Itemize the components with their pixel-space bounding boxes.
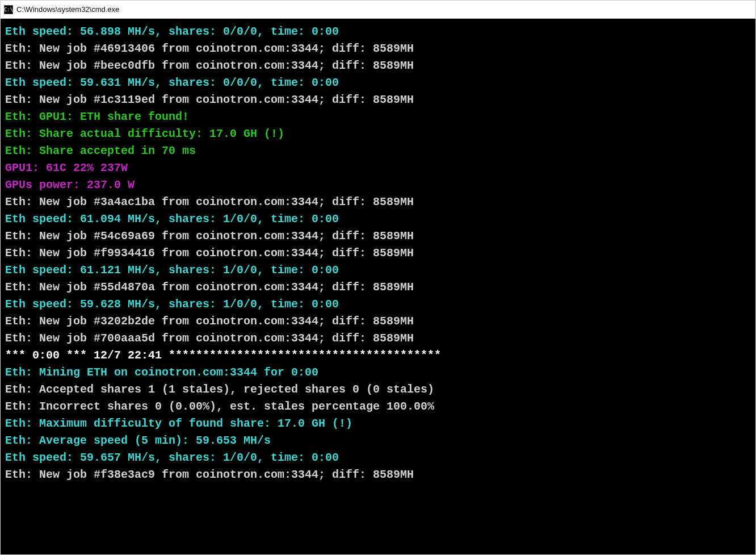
terminal-line: Eth: GPU1: ETH share found!: [5, 109, 751, 126]
terminal-line: Eth: Average speed (5 min): 59.653 MH/s: [5, 432, 751, 449]
terminal-line: Eth: New job #3202b2de from coinotron.co…: [5, 313, 751, 330]
terminal-line: Eth speed: 59.657 MH/s, shares: 1/0/0, t…: [5, 449, 751, 466]
terminal-line: Eth: New job #f38e3ac9 from coinotron.co…: [5, 466, 751, 483]
terminal-line: Eth: Accepted shares 1 (1 stales), rejec…: [5, 381, 751, 398]
terminal-line: Eth: Mining ETH on coinotron.com:3344 fo…: [5, 364, 751, 381]
terminal-line: *** 0:00 *** 12/7 22:41 ****************…: [5, 347, 751, 364]
terminal-line: Eth: New job #beec0dfb from coinotron.co…: [5, 57, 751, 74]
titlebar[interactable]: C:\ C:\Windows\system32\cmd.exe: [1, 1, 755, 19]
terminal-line: Eth: Share accepted in 70 ms: [5, 143, 751, 160]
terminal-line: GPUs power: 237.0 W: [5, 177, 751, 194]
terminal-line: Eth: Incorrect shares 0 (0.00%), est. st…: [5, 398, 751, 415]
terminal-line: Eth: New job #1c3119ed from coinotron.co…: [5, 91, 751, 109]
terminal-line: Eth speed: 59.628 MH/s, shares: 1/0/0, t…: [5, 296, 751, 313]
terminal-line: Eth: New job #f9934416 from coinotron.co…: [5, 245, 751, 262]
cmd-window: C:\ C:\Windows\system32\cmd.exe Eth spee…: [0, 0, 756, 555]
terminal-line: Eth: Share actual difficulty: 17.0 GH (!…: [5, 126, 751, 143]
window-title: C:\Windows\system32\cmd.exe: [16, 5, 119, 14]
terminal-line: Eth speed: 61.121 MH/s, shares: 1/0/0, t…: [5, 262, 751, 279]
terminal-line: Eth: New job #54c69a69 from coinotron.co…: [5, 228, 751, 245]
terminal-line: GPU1: 61C 22% 237W: [5, 160, 751, 177]
terminal-line: Eth speed: 59.631 MH/s, shares: 0/0/0, t…: [5, 74, 751, 91]
terminal-output[interactable]: Eth speed: 56.898 MH/s, shares: 0/0/0, t…: [1, 19, 755, 554]
terminal-line: Eth speed: 56.898 MH/s, shares: 0/0/0, t…: [5, 23, 751, 40]
terminal-line: Eth: New job #700aaa5d from coinotron.co…: [5, 330, 751, 347]
terminal-line: Eth: New job #3a4ac1ba from coinotron.co…: [5, 194, 751, 211]
cmd-icon: C:\: [4, 5, 13, 14]
terminal-line: Eth: Maximum difficulty of found share: …: [5, 415, 751, 432]
terminal-line: Eth: New job #46913406 from coinotron.co…: [5, 40, 751, 57]
terminal-line: Eth speed: 61.094 MH/s, shares: 1/0/0, t…: [5, 211, 751, 228]
terminal-line: Eth: New job #55d4870a from coinotron.co…: [5, 279, 751, 296]
